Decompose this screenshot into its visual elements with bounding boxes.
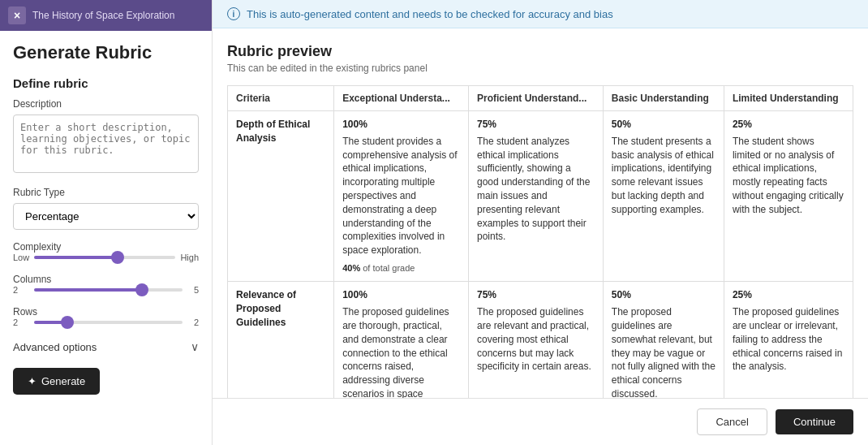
col-header-exceptional: Exceptional Understa... [334, 86, 469, 111]
criteria-cell: Relevance of Proposed Guidelines [228, 282, 334, 398]
close-button[interactable]: × [8, 6, 26, 24]
advanced-options-row[interactable]: Advanced options ∨ [13, 340, 199, 353]
rubric-preview-subtitle: This can be edited in the existing rubri… [227, 63, 853, 74]
rubric-preview-header: Rubric preview This can be edited in the… [213, 28, 868, 77]
rows-slider[interactable] [34, 321, 183, 324]
info-bar: i This is auto-generated content and nee… [213, 0, 868, 28]
pct-label: 50% [612, 118, 715, 132]
rubric-cell: 50%The student presents a basic analysis… [603, 111, 724, 282]
col-header-proficient: Proficient Understand... [468, 86, 603, 111]
complexity-low-label: Low [13, 253, 29, 262]
cell-text: The student presents a basic analysis of… [612, 136, 714, 215]
cancel-button[interactable]: Cancel [697, 408, 767, 435]
generate-label: Generate [41, 375, 85, 387]
cell-text: The proposed guidelines are somewhat rel… [612, 306, 715, 398]
complexity-slider[interactable] [34, 256, 175, 259]
col-header-criteria: Criteria [228, 86, 334, 111]
page-title: Generate Rubric [0, 31, 212, 63]
panel-body: Define rubric Description Rubric Type Pe… [0, 63, 212, 445]
cell-text: The proposed guidelines are thorough, pr… [342, 306, 449, 398]
rows-section: Rows 2 2 [13, 306, 199, 327]
cell-text: The proposed guidelines are relevant and… [477, 306, 591, 372]
table-row: Relevance of Proposed Guidelines100%The … [228, 282, 853, 398]
pct-label: 50% [612, 288, 715, 302]
pct-label: 75% [477, 288, 595, 302]
right-panel: i This is auto-generated content and nee… [213, 0, 868, 445]
complexity-high-label: High [180, 253, 199, 262]
columns-slider[interactable] [34, 288, 183, 292]
info-icon: i [227, 7, 240, 20]
rubric-cell: 50%The proposed guidelines are somewhat … [603, 282, 724, 398]
pct-label: 75% [477, 118, 595, 132]
grade-label: 40% of total grade [342, 262, 460, 274]
breadcrumb: The History of Space Exploration [32, 10, 174, 21]
rubric-cell: 100%The student provides a comprehensive… [334, 111, 469, 282]
description-input[interactable] [13, 114, 199, 173]
columns-section: Columns 2 5 [13, 274, 199, 295]
rubric-preview-title: Rubric preview [227, 43, 853, 60]
columns-slider-row: 2 5 [13, 285, 199, 295]
rubric-cell: 25%The student shows limited or no analy… [724, 111, 853, 282]
rubric-cell: 25%The proposed guidelines are unclear o… [724, 282, 853, 398]
define-rubric-label: Define rubric [13, 76, 199, 90]
pct-label: 100% [342, 118, 460, 132]
grade-pct: 40% [342, 263, 360, 273]
rubric-type-select[interactable]: Percentage Points Letter Grade [13, 203, 199, 230]
rubric-cell: 75%The proposed guidelines are relevant … [468, 282, 603, 398]
table-container: Criteria Exceptional Understa... Profici… [213, 85, 868, 398]
cell-text: The proposed guidelines are unclear or i… [733, 306, 842, 372]
rows-min-label: 2 [13, 318, 29, 327]
complexity-slider-row: Low High [13, 253, 199, 262]
pct-label: 100% [342, 288, 460, 302]
pct-label: 25% [733, 118, 844, 132]
rows-value: 2 [187, 318, 199, 327]
cell-text: The student shows limited or no analysis… [733, 136, 844, 215]
table-row: Depth of Ethical Analysis100%The student… [228, 111, 853, 282]
rows-slider-row: 2 2 [13, 318, 199, 327]
columns-value: 5 [187, 285, 199, 295]
rubric-table: Criteria Exceptional Understa... Profici… [227, 85, 853, 398]
col-header-limited: Limited Understanding [724, 86, 853, 111]
close-bar: × The History of Space Exploration [0, 0, 212, 31]
footer-bar: Cancel Continue [213, 398, 868, 445]
columns-min-label: 2 [13, 285, 29, 295]
rubric-preview-section: Rubric preview This can be edited in the… [213, 28, 868, 445]
col-header-basic: Basic Understanding [603, 86, 724, 111]
generate-icon: ✦ [28, 375, 37, 387]
generate-button[interactable]: ✦ Generate [13, 368, 100, 395]
info-message: This is auto-generated content and needs… [247, 8, 613, 20]
description-label: Description [13, 98, 199, 110]
pct-label: 25% [733, 288, 844, 302]
rubric-type-label: Rubric Type [13, 187, 199, 198]
continue-button[interactable]: Continue [776, 409, 853, 434]
advanced-options-label: Advanced options [13, 341, 97, 353]
cell-text: The student provides a comprehensive ana… [342, 136, 457, 256]
rubric-cell: 75%The student analyzes ethical implicat… [468, 111, 603, 282]
complexity-section: Complexity Low High [13, 241, 199, 262]
chevron-down-icon: ∨ [191, 340, 199, 353]
rubric-cell: 100%The proposed guidelines are thorough… [334, 282, 469, 398]
criteria-cell: Depth of Ethical Analysis [228, 111, 334, 282]
cell-text: The student analyzes ethical implication… [477, 136, 590, 243]
left-panel: × The History of Space Exploration Gener… [0, 0, 213, 445]
